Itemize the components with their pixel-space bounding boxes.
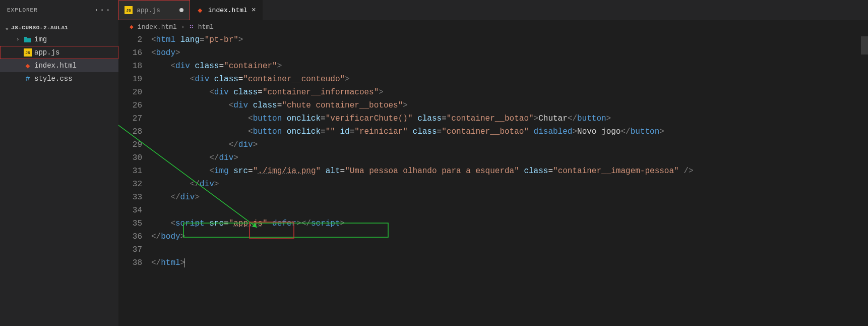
html-icon: ◆ [130,23,134,31]
html-icon: ◆ [23,61,32,71]
scrollbar-thumb[interactable] [861,36,868,55]
tree-item-img[interactable]: › img [0,33,118,46]
js-icon: JS [23,48,32,57]
breadcrumb-node: html [198,23,214,31]
element-icon: ⠶ [189,23,194,31]
code-editor[interactable]: 21618192026272829303132333435363738 <htm… [118,33,868,326]
breadcrumb[interactable]: ◆ index.html › ⠶ html [118,20,868,33]
vertical-scrollbar[interactable] [861,20,868,326]
tree-item-label: index.html [34,62,77,70]
file-tree: ⌄ JS-CURSO-2-AULA1 › img JS app.js ◆ ind… [0,20,118,85]
tree-item-label: style.css [34,75,73,83]
explorer-title: EXPLORER [7,7,38,13]
tree-item-label: app.js [34,48,59,57]
tab-label: app.js [137,7,160,14]
chevron-right-icon: › [181,23,185,31]
tree-item-app-js[interactable]: JS app.js [0,46,118,59]
js-icon: JS [125,6,133,14]
code-content[interactable]: <html lang="pt-br"><body> <div class="co… [151,33,868,326]
breadcrumb-file: index.html [138,23,177,31]
tree-item-index-html[interactable]: ◆ index.html [0,59,118,72]
explorer-header: EXPLORER ··· [0,0,118,20]
tree-root-row[interactable]: ⌄ JS-CURSO-2-AULA1 [0,22,118,33]
chevron-right-icon: › [16,36,23,42]
tree-root-label: JS-CURSO-2-AULA1 [11,25,69,31]
css-icon: # [23,75,32,83]
tree-item-label: img [34,35,47,43]
explorer-sidebar: EXPLORER ··· ⌄ JS-CURSO-2-AULA1 › img JS… [0,0,118,326]
chevron-down-icon: ⌄ [3,24,11,31]
editor-area: JS app.js ◆ index.html × ◆ index.html › … [118,0,868,326]
line-gutter: 21618192026272829303132333435363738 [118,33,151,326]
html-icon: ◆ [196,6,204,15]
explorer-more-icon[interactable]: ··· [94,6,111,15]
tree-item-style-css[interactable]: # style.css [0,72,118,85]
tab-index-html[interactable]: ◆ index.html × [190,0,263,20]
tab-label: index.html [208,7,247,14]
dirty-dot-icon [179,8,183,12]
tab-app-js[interactable]: JS app.js [118,0,190,20]
tab-bar: JS app.js ◆ index.html × [118,0,868,20]
close-icon[interactable]: × [252,6,256,15]
folder-icon [23,36,32,42]
